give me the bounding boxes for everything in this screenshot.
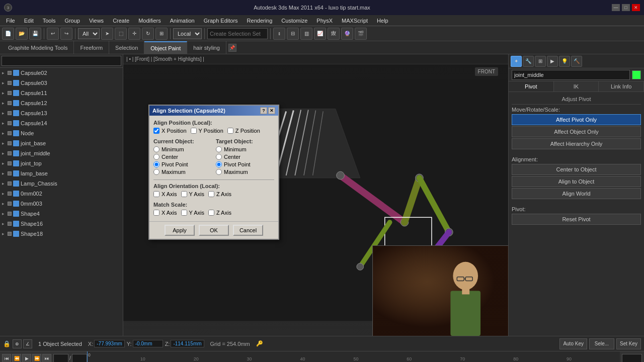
- menu-item-rendering[interactable]: Rendering: [243, 17, 277, 25]
- schematic-button[interactable]: 🕸: [328, 28, 340, 40]
- utilities-panel-button[interactable]: 🔨: [571, 56, 582, 67]
- object-list-item[interactable]: ▸0mm003: [0, 199, 123, 209]
- ok-button[interactable]: OK: [199, 225, 229, 236]
- menu-item-animation[interactable]: Animation: [166, 17, 199, 25]
- layer-button[interactable]: ▥: [300, 28, 312, 40]
- select-region-button[interactable]: ⬚: [115, 28, 127, 40]
- object-list-item[interactable]: ▸Capsule03: [0, 78, 123, 88]
- object-list-item[interactable]: ▸Shape18: [0, 229, 123, 239]
- tab-selection[interactable]: Selection: [109, 41, 144, 54]
- menu-item-edit[interactable]: Edit: [20, 17, 38, 25]
- rotate-button[interactable]: ↻: [142, 28, 154, 40]
- selection-filter-dropdown[interactable]: All: [78, 28, 100, 39]
- range-end-input[interactable]: 100: [72, 354, 87, 363]
- tab-graphite-modeling-tools[interactable]: Graphite Modeling Tools: [2, 41, 74, 54]
- link-info-tab[interactable]: Link Info: [599, 81, 644, 92]
- save-file-button[interactable]: 💾: [29, 28, 41, 40]
- viewport-canvas[interactable]: FRONT Align Selection (Capsule02) ? ✕ Al…: [123, 64, 508, 336]
- pivot-tab[interactable]: Pivot: [509, 81, 554, 92]
- auto-key-button[interactable]: Auto Key: [559, 338, 587, 349]
- next-frame-button[interactable]: ⏩: [32, 354, 41, 363]
- object-list-item[interactable]: ▸joint_base: [0, 138, 123, 148]
- snap-icon[interactable]: ⊕: [13, 339, 22, 348]
- redo-button[interactable]: ↪: [60, 28, 72, 40]
- y-position-checkbox[interactable]: [191, 128, 197, 134]
- menu-item-modifiers[interactable]: Modifiers: [134, 17, 165, 25]
- object-list-item[interactable]: ▸Capsule12: [0, 98, 123, 108]
- object-name-input[interactable]: joint_middle: [512, 70, 630, 80]
- pivot-target-radio[interactable]: [216, 161, 222, 167]
- affect-hierarchy-only-button[interactable]: Affect Hierarchy Only: [512, 138, 641, 149]
- object-list-item[interactable]: ▸lamp_base: [0, 168, 123, 178]
- object-list-item[interactable]: ▸joint_top: [0, 158, 123, 168]
- object-list-item[interactable]: ▸0mm002: [0, 189, 123, 199]
- object-list-item[interactable]: ▸Node: [0, 128, 123, 138]
- x-position-checkbox[interactable]: [153, 128, 159, 134]
- hierarchy-panel-button[interactable]: ⊞: [535, 56, 546, 67]
- pivot-current-radio[interactable]: [153, 161, 159, 167]
- apply-button[interactable]: Apply: [165, 225, 195, 236]
- affect-object-only-button[interactable]: Affect Object Only: [512, 126, 641, 137]
- object-list-item[interactable]: ▸joint_middle: [0, 148, 123, 158]
- new-file-button[interactable]: 📄: [2, 28, 14, 40]
- minimum-target-radio[interactable]: [216, 146, 222, 152]
- z-position-checkbox[interactable]: [227, 128, 233, 134]
- align-selection-dialog[interactable]: Align Selection (Capsule02) ? ✕ Align Po…: [148, 105, 279, 240]
- maximum-target-radio[interactable]: [216, 169, 222, 175]
- mirror-button[interactable]: ⫾: [273, 28, 285, 40]
- cancel-button[interactable]: Cancel: [233, 225, 263, 236]
- render-button[interactable]: 🎬: [355, 28, 367, 40]
- align-world-button[interactable]: Align World: [512, 188, 641, 199]
- maximum-current-radio[interactable]: [153, 169, 159, 175]
- set-key-button[interactable]: Set Key: [616, 338, 641, 349]
- menu-item-graph-editors[interactable]: Graph Editors: [200, 17, 242, 25]
- tab-object-paint[interactable]: Object Paint: [144, 41, 187, 54]
- timeline-track[interactable]: 0 10 20 30 40 50 60 70 80 90: [87, 351, 620, 363]
- object-color-swatch[interactable]: [632, 70, 641, 79]
- minimum-current-radio[interactable]: [153, 146, 159, 152]
- menu-item-group[interactable]: Group: [60, 17, 84, 25]
- motion-panel-button[interactable]: ▶: [547, 56, 558, 67]
- create-panel-button[interactable]: ✦: [511, 56, 522, 67]
- object-list-item[interactable]: ▸Capsule02: [0, 68, 123, 78]
- maximize-button[interactable]: □: [622, 4, 630, 11]
- menu-item-help[interactable]: Help: [373, 17, 392, 25]
- y-axis-orient-checkbox[interactable]: [181, 191, 187, 197]
- ik-tab[interactable]: IK: [554, 81, 599, 92]
- object-list-item[interactable]: ▸Capsule13: [0, 108, 123, 118]
- minimize-button[interactable]: —: [612, 4, 620, 11]
- affect-pivot-only-button[interactable]: Affect Pivot Only: [512, 114, 641, 125]
- selection-set-input[interactable]: [207, 28, 268, 39]
- object-list-item[interactable]: ▸Lamp_Chassis: [0, 178, 123, 189]
- prev-frame-button[interactable]: ⏪: [12, 354, 21, 363]
- x-axis-scale-checkbox[interactable]: [153, 210, 159, 216]
- scale-button[interactable]: ⊞: [155, 28, 168, 40]
- z-axis-scale-checkbox[interactable]: [208, 210, 214, 216]
- open-file-button[interactable]: 📂: [16, 28, 28, 40]
- angle-snap-icon[interactable]: ∠: [23, 339, 32, 348]
- select-tool-button[interactable]: ➤: [101, 28, 113, 40]
- x-axis-orient-checkbox[interactable]: [153, 191, 159, 197]
- close-button[interactable]: ✕: [632, 4, 640, 11]
- play-button[interactable]: ▶: [22, 354, 31, 363]
- curve-editor-button[interactable]: 📈: [314, 28, 326, 40]
- menu-item-file[interactable]: File: [2, 17, 19, 25]
- display-panel-button[interactable]: 💡: [559, 56, 570, 67]
- move-button[interactable]: ✛: [128, 28, 140, 40]
- object-list-item[interactable]: ▸Capsule14: [0, 118, 123, 128]
- modify-panel-button[interactable]: 🔧: [523, 56, 534, 67]
- tab-pin-button[interactable]: 📌: [228, 44, 236, 52]
- undo-button[interactable]: ↩: [47, 28, 59, 40]
- object-search-input[interactable]: [2, 56, 121, 66]
- y-axis-scale-checkbox[interactable]: [181, 210, 187, 216]
- reset-pivot-button[interactable]: Reset Pivot: [512, 214, 641, 225]
- dialog-close-button[interactable]: ✕: [268, 107, 275, 114]
- center-target-radio[interactable]: [216, 154, 222, 160]
- tab-hair-styling[interactable]: hair styling: [187, 41, 226, 54]
- center-to-object-button[interactable]: Center to Object: [512, 164, 641, 175]
- center-current-radio[interactable]: [153, 154, 159, 160]
- align-button[interactable]: ⊟: [287, 28, 299, 40]
- menu-item-physx[interactable]: PhysX: [312, 17, 337, 25]
- menu-item-customize[interactable]: Customize: [277, 17, 311, 25]
- object-list-item[interactable]: ▸Shape4: [0, 209, 123, 219]
